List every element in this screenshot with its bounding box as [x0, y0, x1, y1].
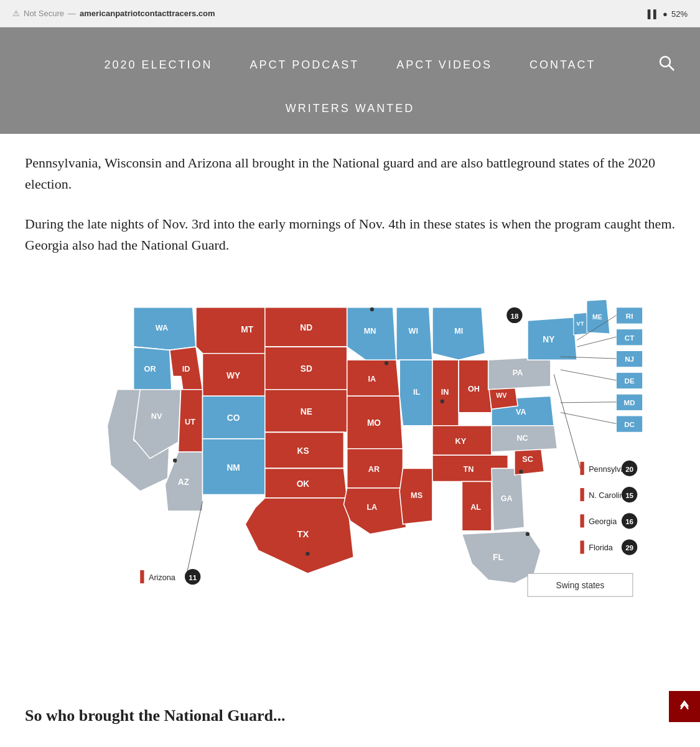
svg-text:18: 18	[510, 312, 518, 320]
svg-text:KY: KY	[455, 438, 466, 446]
svg-rect-124	[140, 570, 144, 583]
svg-text:GA: GA	[500, 495, 512, 504]
svg-text:MT: MT	[241, 325, 253, 334]
svg-text:NC: NC	[516, 434, 528, 443]
svg-point-134	[519, 470, 523, 474]
svg-text:Georgia: Georgia	[589, 517, 617, 526]
electoral-map-container: WA OR CA ID NV MT WY UT CO	[55, 275, 646, 632]
svg-text:IN: IN	[441, 388, 449, 397]
svg-text:AR: AR	[368, 465, 379, 474]
svg-text:LA: LA	[366, 503, 377, 512]
svg-point-131	[370, 308, 373, 311]
nav-items-top: 2020 Election APCT Podcast APCT Videos C…	[104, 59, 595, 72]
address-bar: ⚠ Not Secure — americanpatriotcontacttra…	[0, 0, 700, 27]
svg-rect-108	[580, 462, 584, 475]
svg-text:WA: WA	[155, 324, 167, 332]
back-to-top-button[interactable]	[669, 691, 700, 722]
svg-text:NM: NM	[226, 463, 240, 472]
svg-text:TN: TN	[463, 465, 474, 474]
svg-text:MI: MI	[454, 327, 463, 336]
svg-point-130	[173, 459, 177, 463]
svg-point-136	[306, 552, 309, 556]
svg-text:15: 15	[625, 491, 633, 499]
svg-text:NY: NY	[543, 335, 554, 344]
not-secure-icon: ⚠	[12, 9, 20, 19]
svg-text:ME: ME	[592, 313, 602, 321]
svg-rect-120	[580, 541, 584, 554]
svg-text:PA: PA	[512, 369, 523, 377]
svg-text:MO: MO	[366, 418, 380, 428]
svg-text:20: 20	[625, 465, 633, 473]
nav-item-contact[interactable]: Contact	[530, 59, 596, 72]
svg-text:DC: DC	[624, 420, 635, 428]
svg-text:Arizona: Arizona	[148, 573, 175, 582]
svg-text:Ohio: Ohio	[486, 312, 505, 321]
svg-text:Florida: Florida	[589, 544, 614, 553]
battery-percent: 52%	[671, 9, 688, 18]
bottom-heading: So who brought the National Guard...	[25, 707, 675, 725]
svg-text:11: 11	[189, 573, 197, 581]
svg-text:OR: OR	[144, 365, 156, 374]
svg-text:OK: OK	[296, 479, 309, 489]
svg-point-132	[384, 362, 388, 365]
svg-text:NV: NV	[151, 413, 162, 421]
svg-text:SD: SD	[300, 365, 312, 374]
svg-text:CO: CO	[226, 414, 240, 423]
svg-text:SC: SC	[522, 455, 533, 464]
svg-text:IA: IA	[368, 375, 376, 383]
svg-text:NJ: NJ	[625, 355, 634, 364]
svg-text:MD: MD	[623, 398, 635, 406]
svg-text:UT: UT	[185, 418, 195, 426]
nav-item-podcast[interactable]: APCT Podcast	[250, 59, 359, 72]
address-bar-left: ⚠ Not Secure — americanpatriotcontacttra…	[12, 9, 215, 19]
svg-point-133	[440, 400, 444, 403]
wifi-icon: ●	[663, 9, 668, 18]
svg-text:NE: NE	[300, 407, 312, 416]
svg-text:ID: ID	[182, 365, 190, 374]
svg-rect-112	[580, 488, 584, 501]
svg-text:AL: AL	[470, 503, 481, 512]
svg-text:29: 29	[625, 544, 633, 552]
svg-text:OH: OH	[467, 385, 479, 393]
bottom-section: So who brought the National Guard...	[0, 682, 700, 738]
svg-text:VT: VT	[576, 321, 584, 327]
svg-text:RI: RI	[625, 312, 633, 320]
nav-top-row: 2020 Election APCT Podcast APCT Videos C…	[0, 27, 700, 102]
nav-item-election[interactable]: 2020 Election	[104, 59, 212, 72]
main-nav: 2020 Election APCT Podcast APCT Videos C…	[0, 27, 700, 134]
svg-text:VA: VA	[516, 408, 526, 416]
address-bar-right: ▌▌ ● 52%	[648, 9, 688, 18]
svg-point-0	[660, 57, 670, 67]
svg-text:AZ: AZ	[177, 477, 189, 487]
svg-rect-116	[580, 515, 584, 528]
svg-text:16: 16	[625, 517, 633, 525]
svg-text:MS: MS	[411, 491, 422, 500]
svg-text:ND: ND	[300, 323, 312, 332]
svg-text:IL: IL	[413, 388, 420, 397]
svg-text:WI: WI	[408, 327, 418, 336]
svg-text:WV: WV	[496, 392, 506, 400]
svg-point-135	[525, 532, 529, 536]
signal-icon: ▌▌	[648, 9, 659, 18]
nav-item-writers[interactable]: Writers Wanted	[286, 102, 414, 115]
address-separator: —	[68, 9, 76, 18]
svg-text:MN: MN	[363, 327, 376, 336]
site-url[interactable]: americanpatriotcontacttracers.com	[80, 9, 215, 18]
svg-text:WY: WY	[226, 371, 240, 380]
nav-item-videos[interactable]: APCT Videos	[396, 59, 492, 72]
electoral-map-svg: WA OR CA ID NV MT WY UT CO	[55, 275, 646, 629]
nav-bottom-row: Writers Wanted	[0, 102, 700, 134]
svg-text:DE: DE	[624, 377, 634, 385]
search-icon[interactable]	[658, 54, 675, 75]
main-content: Pennsylvania, Wisconsin and Arizona all …	[0, 134, 700, 682]
paragraph-1: Pennsylvania, Wisconsin and Arizona all …	[25, 153, 675, 195]
svg-text:FL: FL	[493, 553, 503, 563]
not-secure-label: Not Secure	[24, 9, 64, 18]
svg-text:CT: CT	[624, 334, 633, 342]
svg-text:Swing states: Swing states	[556, 581, 604, 590]
paragraph-2: During the late nights of Nov. 3rd into …	[25, 214, 675, 256]
svg-text:KS: KS	[297, 447, 309, 456]
svg-line-1	[669, 65, 674, 70]
svg-text:TX: TX	[297, 530, 309, 540]
